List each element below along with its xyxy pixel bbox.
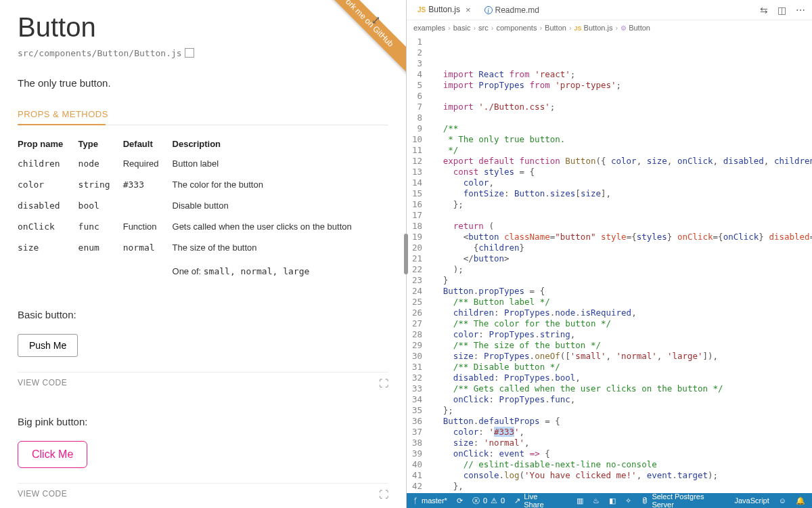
- code-line[interactable]: * The only true button.: [428, 134, 812, 145]
- split-handle[interactable]: [404, 234, 408, 274]
- problems-indicator[interactable]: ⓧ0 ⚠0: [472, 496, 505, 506]
- code-line[interactable]: size: PropTypes.oneOf(['small', 'normal'…: [428, 351, 812, 362]
- code-line[interactable]: </button>: [428, 253, 812, 264]
- push-me-button[interactable]: Push Me: [18, 334, 78, 357]
- code-line[interactable]: import React from 'react';: [428, 69, 812, 80]
- isolate-icon[interactable]: ⤢: [371, 14, 379, 26]
- close-icon[interactable]: ×: [466, 5, 471, 15]
- prop-type: enum: [78, 237, 123, 282]
- code-line[interactable]: },: [428, 481, 812, 492]
- breadcrumb-item[interactable]: Button: [545, 24, 566, 32]
- breadcrumb-item[interactable]: basic: [453, 24, 471, 32]
- prop-desc: Gets called when the user clicks on the …: [173, 216, 388, 237]
- th-prop: Prop name: [18, 135, 78, 153]
- tab-readme[interactable]: i Readme.md: [478, 0, 546, 20]
- code-line[interactable]: };: [428, 405, 812, 416]
- fullscreen-icon[interactable]: ⛶: [379, 378, 389, 389]
- code-line[interactable]: /**: [428, 123, 812, 134]
- breadcrumb-item[interactable]: src: [478, 24, 489, 32]
- feedback-icon[interactable]: ☺: [779, 496, 786, 505]
- code-content[interactable]: import React from 'react'; import PropTy…: [428, 35, 812, 493]
- split-editor-icon[interactable]: ◫: [777, 5, 786, 16]
- bell-icon[interactable]: 🔔: [796, 496, 805, 505]
- postgres-button[interactable]: 🛢Select Postgres Server: [641, 492, 725, 508]
- breadcrumb-item[interactable]: JS Button.js: [574, 24, 613, 32]
- code-line[interactable]: color,: [428, 177, 812, 188]
- code-line[interactable]: return (: [428, 221, 812, 232]
- code-line[interactable]: /** Disable button */: [428, 362, 812, 373]
- editor-tabbar: JS Button.js × i Readme.md ⇆ ◫ ⋯: [407, 0, 812, 20]
- code-line[interactable]: import PropTypes from 'prop-types';: [428, 80, 812, 91]
- code-line[interactable]: /** Button label */: [428, 297, 812, 308]
- language-mode[interactable]: JavaScript: [734, 496, 769, 505]
- code-line[interactable]: }: [428, 275, 812, 286]
- live-share-button[interactable]: ↗Live Share: [514, 492, 558, 508]
- code-line[interactable]: onClick: event => {: [428, 448, 812, 459]
- code-line[interactable]: size: 'normal',: [428, 438, 812, 448]
- code-editor[interactable]: 1234567891011121314151617181920212223242…: [407, 35, 812, 493]
- breadcrumb[interactable]: examples›basic›src›components›Button›JS …: [407, 20, 812, 35]
- example-2-label: Big pink button:: [18, 416, 388, 427]
- code-line[interactable]: fontSize: Button.sizes[size],: [428, 188, 812, 199]
- code-line[interactable]: };: [428, 492, 812, 493]
- line-gutter: 1234567891011121314151617181920212223242…: [407, 35, 428, 493]
- sb-icon-2[interactable]: ♨: [593, 496, 600, 505]
- th-type: Type: [78, 135, 123, 153]
- branch-indicator[interactable]: ᚶ master*: [413, 496, 447, 505]
- code-line[interactable]: };: [428, 199, 812, 210]
- prop-desc: The size of the buttonOne of: small, nor…: [173, 237, 388, 282]
- database-icon: 🛢: [641, 496, 648, 505]
- code-line[interactable]: Button.defaultProps = {: [428, 416, 812, 427]
- code-line[interactable]: /** The size of the button */: [428, 340, 812, 351]
- code-line[interactable]: [428, 112, 812, 123]
- sb-icon-1[interactable]: ▥: [577, 496, 583, 505]
- code-line[interactable]: onClick: PropTypes.func,: [428, 394, 812, 405]
- info-file-icon: i: [484, 6, 493, 14]
- prop-desc: Button label: [173, 153, 388, 174]
- branch-icon: ᚶ: [413, 496, 418, 505]
- code-line[interactable]: /** The color for the button */: [428, 318, 812, 329]
- more-icon[interactable]: ⋯: [796, 5, 805, 16]
- tab-button-js[interactable]: JS Button.js ×: [411, 0, 478, 20]
- props-tab[interactable]: PROPS & METHODS: [18, 109, 388, 125]
- code-line[interactable]: [428, 91, 812, 102]
- prop-default: Required: [123, 153, 173, 174]
- code-line[interactable]: color: PropTypes.string,: [428, 329, 812, 340]
- table-row: sizeenumnormalThe size of the buttonOne …: [18, 237, 388, 282]
- prop-name: disabled: [18, 195, 78, 216]
- fullscreen-icon[interactable]: ⛶: [379, 489, 389, 500]
- compare-icon[interactable]: ⇆: [760, 5, 768, 16]
- example-1-label: Basic button:: [18, 309, 388, 320]
- breadcrumb-item[interactable]: components: [496, 24, 537, 32]
- code-line[interactable]: // eslint-disable-next-line no-console: [428, 459, 812, 470]
- code-line[interactable]: disabled: PropTypes.bool,: [428, 373, 812, 383]
- code-line[interactable]: Button.propTypes = {: [428, 286, 812, 297]
- sync-button[interactable]: ⟳: [457, 496, 463, 505]
- code-line[interactable]: */: [428, 145, 812, 156]
- code-line[interactable]: );: [428, 264, 812, 275]
- js-file-icon: JS: [418, 6, 426, 14]
- code-line[interactable]: <button className="button" style={styles…: [428, 232, 812, 242]
- copy-icon[interactable]: [186, 49, 194, 58]
- code-line[interactable]: /** Gets called when the user clicks on …: [428, 383, 812, 394]
- error-icon: ⓧ: [472, 496, 480, 506]
- sb-icon-4[interactable]: ✧: [625, 496, 631, 505]
- code-line[interactable]: const styles = {: [428, 167, 812, 177]
- view-code-toggle[interactable]: VIEW CODE: [18, 378, 67, 389]
- view-code-toggle[interactable]: VIEW CODE: [18, 489, 67, 500]
- table-row: disabledboolDisable button: [18, 195, 388, 216]
- code-line[interactable]: export default function Button({ color, …: [428, 156, 812, 167]
- editor-pane: JS Button.js × i Readme.md ⇆ ◫ ⋯ example…: [406, 0, 812, 508]
- breadcrumb-item[interactable]: examples: [413, 24, 445, 32]
- code-line[interactable]: children: PropTypes.node.isRequired,: [428, 308, 812, 318]
- code-line[interactable]: color: '#333',: [428, 427, 812, 438]
- code-line[interactable]: console.log('You have clicked me!', even…: [428, 470, 812, 481]
- code-line[interactable]: import './Button.css';: [428, 102, 812, 112]
- breadcrumb-item[interactable]: ⚙ Button: [621, 24, 650, 32]
- sb-icon-3[interactable]: ◧: [609, 496, 616, 505]
- source-path: src/components/Button/Button.js: [18, 48, 182, 58]
- click-me-button[interactable]: Click Me: [18, 441, 87, 468]
- code-line[interactable]: [428, 210, 812, 221]
- code-line[interactable]: {children}: [428, 242, 812, 253]
- table-row: onClickfuncFunctionGets called when the …: [18, 216, 388, 237]
